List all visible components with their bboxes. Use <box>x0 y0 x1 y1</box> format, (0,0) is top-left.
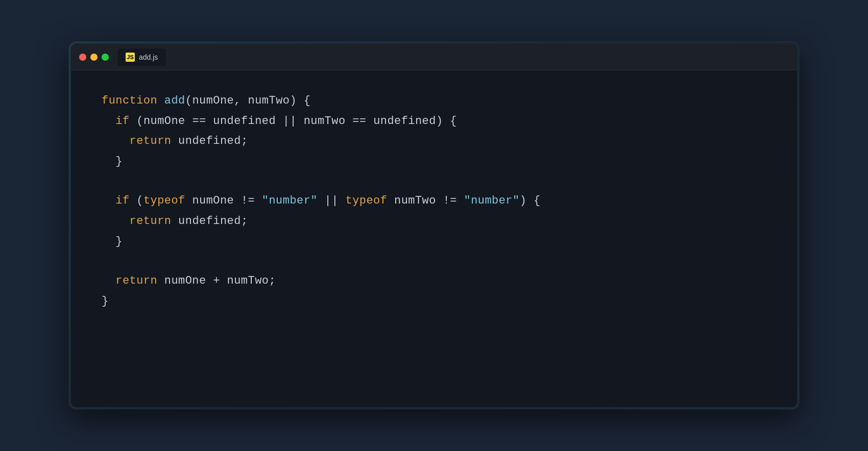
keyword-return-3: return <box>115 274 157 287</box>
close-button[interactable] <box>79 54 86 61</box>
keyword-if-2: if <box>115 194 129 207</box>
string-number-1: "number" <box>262 194 318 207</box>
code-line-10: return numOne + numTwo; <box>102 271 766 291</box>
code-line-8: } <box>102 232 766 252</box>
code-line-11: } <box>102 291 766 312</box>
code-line-7: return undefined; <box>102 211 766 232</box>
code-line-1: function add(numOne, numTwo) { <box>102 91 766 111</box>
tab-label: add.js <box>139 53 158 61</box>
traffic-lights <box>79 54 109 61</box>
keyword-if-1: if <box>115 115 129 128</box>
keyword-return-1: return <box>130 135 172 147</box>
code-line-2: if (numOne == undefined || numTwo == und… <box>102 111 766 132</box>
window-outer: JS add.js function add(numOne, numTwo) {… <box>69 42 799 409</box>
code-line-4: } <box>102 152 766 172</box>
function-name: add <box>164 94 185 107</box>
keyword-typeof-1: typeof <box>143 194 185 207</box>
maximize-button[interactable] <box>102 54 109 61</box>
code-line-6: if (typeof numOne != "number" || typeof … <box>102 191 766 211</box>
js-badge: JS <box>126 53 135 62</box>
code-area: function add(numOne, numTwo) { if (numOn… <box>71 70 797 407</box>
title-bar: JS add.js <box>71 44 797 70</box>
keyword-return-2: return <box>130 215 172 228</box>
minimize-button[interactable] <box>90 54 98 61</box>
code-line-9-empty <box>102 252 766 271</box>
keyword-function: function <box>102 94 157 107</box>
window-inner: JS add.js function add(numOne, numTwo) {… <box>70 43 798 408</box>
string-number-2: "number" <box>464 194 519 207</box>
code-line-5-empty <box>102 171 766 191</box>
code-line-3: return undefined; <box>102 131 766 152</box>
keyword-typeof-2: typeof <box>346 194 388 207</box>
file-tab[interactable]: JS add.js <box>117 48 166 66</box>
